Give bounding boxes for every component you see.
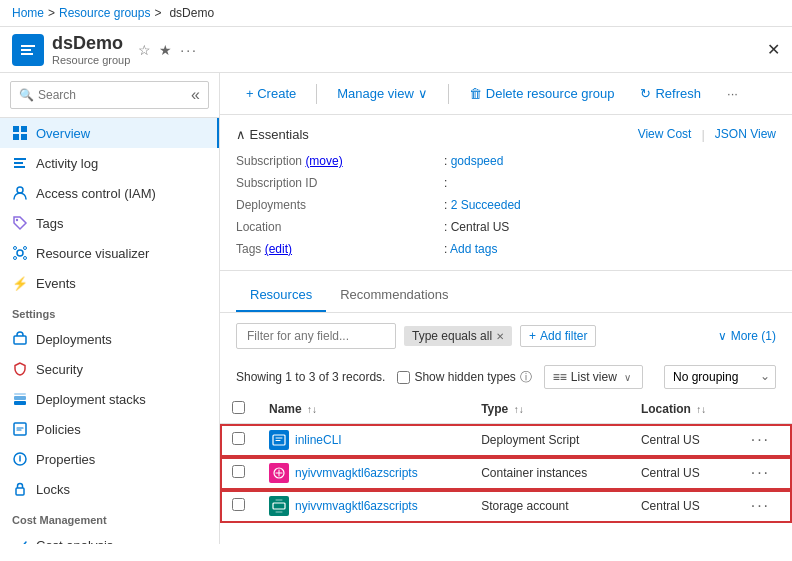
more-filters-button[interactable]: ∨ More (1) [718,329,776,343]
hidden-types-info-icon: ⓘ [520,369,532,386]
row3-checkbox[interactable] [232,498,245,511]
deployments-link[interactable]: 2 Succeeded [451,198,521,212]
sidebar-item-label-policies: Policies [36,422,81,437]
sidebar-item-properties[interactable]: Properties [0,444,219,474]
header-more-icon[interactable]: ··· [180,42,198,58]
row1-actions-button[interactable]: ··· [751,431,770,448]
sidebar-item-label-events: Events [36,276,76,291]
manage-view-button[interactable]: Manage view ∨ [327,81,438,106]
properties-icon [12,451,28,467]
header-name: Name ↑↓ [257,395,469,424]
grouping-select[interactable]: No grouping Resource type Location Tag [664,365,776,389]
toolbar-more-button[interactable]: ··· [717,81,748,106]
content-tabs: Resources Recommendations [220,279,792,313]
collapse-sidebar-button[interactable]: « [191,86,200,104]
main-layout: 🔍 « Overview Activity log Access control… [0,73,792,544]
bookmark-icon[interactable]: ☆ [138,42,151,58]
filter-input[interactable] [236,323,396,349]
search-box: 🔍 « [10,81,209,109]
list-view-button[interactable]: ≡≡ List view ∨ [544,365,643,389]
sidebar: 🔍 « Overview Activity log Access control… [0,73,220,544]
filter-tag-close[interactable]: ✕ [496,331,504,342]
svg-rect-3 [21,53,33,55]
refresh-button[interactable]: ↻ Refresh [630,81,711,106]
access-control-icon [12,185,28,201]
locks-icon [12,481,28,497]
row2-actions-button[interactable]: ··· [751,464,770,481]
list-view-label: List view [571,370,617,384]
header-type: Type ↑↓ [469,395,629,424]
name-sort-icon[interactable]: ↑↓ [307,404,317,415]
sidebar-item-label-activity-log: Activity log [36,156,98,171]
sidebar-item-access-control[interactable]: Access control (IAM) [0,178,219,208]
subscription-id-value: : [444,174,776,192]
search-input[interactable] [38,88,191,102]
sidebar-item-locks[interactable]: Locks [0,474,219,504]
svg-rect-8 [14,158,26,160]
row1-name-cell: inlineCLI [257,424,469,457]
row1-type-cell: Deployment Script [469,424,629,457]
tab-recommendations[interactable]: Recommendations [326,279,462,312]
row2-name-link[interactable]: nyivvmvagktl6azscripts [295,466,418,480]
subscription-value-link[interactable]: godspeed [451,154,504,168]
row1-checkbox[interactable] [232,432,245,445]
svg-rect-22 [14,423,26,435]
table-row[interactable]: nyivvmvagktl6azscripts Storage account C… [220,490,792,523]
delete-icon: 🗑 [469,86,482,101]
tab-resources[interactable]: Resources [236,279,326,312]
create-button[interactable]: + Create [236,81,306,106]
subscription-value: : godspeed [444,152,776,170]
row2-type-icon [269,463,289,483]
settings-section-header: Settings [0,298,219,324]
content-area: + Create Manage view ∨ 🗑 Delete resource… [220,73,792,544]
table-row[interactable]: inlineCLI Deployment Script Central US ·… [220,424,792,457]
row3-checkbox-cell [220,490,257,523]
records-count: Showing 1 to 3 of 3 records. [236,370,385,384]
security-icon [12,361,28,377]
delete-label: Delete resource group [486,86,615,101]
svg-rect-19 [14,401,26,405]
hidden-types-checkbox[interactable] [397,371,410,384]
tags-edit-link[interactable]: (edit) [265,242,292,256]
view-cost-link[interactable]: View Cost [638,127,692,142]
sidebar-item-security[interactable]: Security [0,354,219,384]
subscription-move-link[interactable]: (move) [305,154,342,168]
delete-resource-group-button[interactable]: 🗑 Delete resource group [459,81,625,106]
select-all-checkbox[interactable] [232,401,245,414]
sidebar-item-events[interactable]: ⚡ Events [0,268,219,298]
location-sort-icon[interactable]: ↑↓ [696,404,706,415]
add-filter-button[interactable]: + Add filter [520,325,596,347]
sidebar-search-container: 🔍 « [0,73,219,118]
sidebar-item-resource-visualizer[interactable]: Resource visualizer [0,238,219,268]
sidebar-item-activity-log[interactable]: Activity log [0,148,219,178]
breadcrumb-resource-groups[interactable]: Resource groups [59,6,150,20]
add-tags-link[interactable]: Add tags [450,242,497,256]
sidebar-item-cost-analysis[interactable]: Cost analysis [0,530,219,544]
show-hidden-types: Show hidden types ⓘ [397,369,531,386]
row3-actions-button[interactable]: ··· [751,497,770,514]
row2-checkbox[interactable] [232,465,245,478]
breadcrumb-home[interactable]: Home [12,6,44,20]
sidebar-item-policies[interactable]: Policies [0,414,219,444]
svg-rect-24 [16,488,24,495]
resources-table: Name ↑↓ Type ↑↓ Location ↑↓ [220,395,792,523]
close-button[interactable]: ✕ [767,40,780,59]
filter-tag-label: Type equals all [412,329,492,343]
svg-rect-5 [21,126,27,132]
row1-name-link[interactable]: inlineCLI [295,433,342,447]
json-view-link[interactable]: JSON View [715,127,776,142]
row3-name-link[interactable]: nyivvmvagktl6azscripts [295,499,418,513]
sidebar-item-tags[interactable]: Tags [0,208,219,238]
table-row[interactable]: nyivvmvagktl6azscripts Container instanc… [220,457,792,490]
type-sort-icon[interactable]: ↑↓ [514,404,524,415]
sidebar-item-overview[interactable]: Overview [0,118,219,148]
cost-analysis-icon [12,537,28,544]
hidden-types-label: Show hidden types [414,370,515,384]
sidebar-item-deployments[interactable]: Deployments [0,324,219,354]
star-icon[interactable]: ★ [159,42,172,58]
sidebar-item-deployment-stacks[interactable]: Deployment stacks [0,384,219,414]
resource-title-group: dsDemo Resource group ☆ ★ ··· [12,33,198,66]
header-actions [739,395,792,424]
svg-rect-20 [14,396,26,400]
essentials-header: ∧ Essentials View Cost | JSON View [236,127,776,142]
